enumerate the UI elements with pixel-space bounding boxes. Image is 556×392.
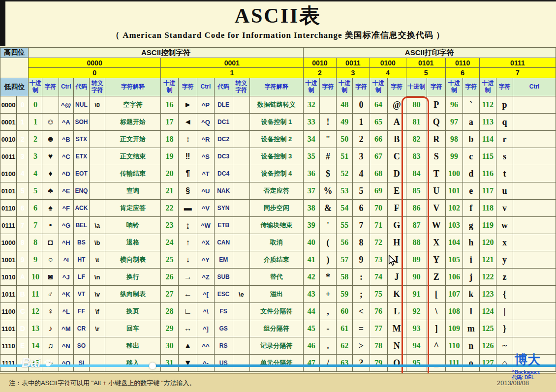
dec-cell: 50 [337, 131, 353, 148]
char-cell: ◘ [42, 234, 59, 251]
paw-icon [43, 358, 53, 368]
dec-cell: 36 [303, 165, 319, 182]
dec-cell: 79 [370, 355, 387, 372]
dec-cell: 108 [446, 303, 463, 320]
bin-label: 0111 [0, 217, 17, 234]
desc-cell: 响铃 [105, 217, 161, 234]
esc-cell [233, 320, 249, 337]
char-cell: ► [179, 96, 197, 114]
desc-cell: 设备控制 3 [249, 148, 303, 165]
ctrl-cell: ^T [197, 165, 214, 182]
code-cell: SOH [73, 114, 89, 131]
dec-cell: 34 [303, 131, 319, 148]
dec-cell: 3 [29, 148, 42, 165]
col-header: 字符 [319, 78, 336, 96]
char-cell: / [319, 355, 336, 372]
desc-cell: 传输块结束 [249, 217, 303, 234]
desc-cell: 数据链路转义 [249, 96, 303, 114]
esc-cell: \n [90, 269, 105, 286]
code-cell: DC2 [214, 131, 233, 148]
esc-cell [233, 148, 249, 165]
ctrl-cell [513, 303, 556, 320]
dec-cell: 127 [479, 355, 496, 372]
code-cell: EOT [73, 165, 89, 182]
ctrl-cell: ^X [197, 234, 214, 251]
hex-label: D [17, 320, 29, 337]
ctrl-cell [513, 200, 556, 217]
char-cell: p [496, 96, 513, 114]
char-cell: ↓ [179, 251, 197, 269]
desc-cell: 标题开始 [105, 114, 161, 131]
esc-cell: \b [90, 234, 105, 251]
desc-cell: 记录分隔符 [249, 337, 303, 355]
dec-cell: 98 [446, 131, 463, 148]
char-cell: 2 [353, 131, 370, 148]
bin-label: 1100 [0, 303, 17, 320]
group-digit-label: 3 [337, 68, 370, 78]
group-binary-label: 0111 [479, 58, 556, 68]
bin-label: 0001 [0, 114, 17, 131]
dec-cell: 8 [29, 234, 42, 251]
char-cell: W [427, 217, 446, 234]
dec-cell: 58 [337, 269, 353, 286]
dec-cell: 7 [29, 217, 42, 234]
char-cell: T [427, 165, 446, 182]
hex-label: 6 [17, 200, 29, 217]
dec-cell: 45 [303, 320, 319, 337]
char-cell: ; [353, 286, 370, 303]
dec-cell: 11 [29, 286, 42, 303]
code-cell: ETB [214, 217, 233, 234]
bin-label: 1101 [0, 320, 17, 337]
desc-cell: 移出 [105, 337, 161, 355]
char-cell: o [463, 355, 479, 372]
char-cell: ♂ [42, 286, 59, 303]
char-cell: Q [427, 114, 446, 131]
ctrl-cell: ^H [59, 234, 73, 251]
col-header: 转义字符 [233, 78, 249, 96]
dec-cell: 31 [160, 355, 178, 372]
dec-cell: 100 [446, 165, 463, 182]
desc-cell: 介质结束 [249, 251, 303, 269]
char-cell: h [463, 234, 479, 251]
ctrl-cell: ^\ [197, 303, 214, 320]
char-cell: ' [319, 217, 336, 234]
ctrl-cell [513, 217, 556, 234]
dec-cell: 57 [337, 251, 353, 269]
char-cell: S [427, 148, 446, 165]
hex-label: 0 [17, 96, 29, 114]
group-digit-label: 5 [406, 68, 445, 78]
char-cell: U [427, 182, 446, 200]
dec-cell: 117 [479, 182, 496, 200]
char-cell: ◙ [42, 269, 59, 286]
desc-cell: 换页 [105, 303, 161, 320]
dec-cell: 68 [370, 165, 387, 182]
dec-cell: 0 [29, 96, 42, 114]
hex-label: B [17, 286, 29, 303]
del-key-note-line1: ^Backspace [512, 369, 540, 375]
video-progress-handle[interactable] [149, 362, 156, 369]
esc-cell [233, 355, 249, 372]
desc-cell: 纵向制表 [105, 286, 161, 303]
dec-cell: 5 [29, 182, 42, 200]
char-cell: ` [463, 96, 479, 114]
dec-cell: 123 [479, 286, 496, 303]
dec-cell: 33 [303, 114, 319, 131]
hex-label: 1 [17, 114, 29, 131]
col-header: Ctrl [59, 78, 73, 96]
screen: ASCII表 （ American Standard Code for Info… [0, 0, 556, 392]
code-cell: BS [73, 234, 89, 251]
char-cell: & [319, 200, 336, 217]
char-cell: c [463, 148, 479, 165]
char-cell: r [496, 131, 513, 148]
ctrl-cell: ^Q [197, 114, 214, 131]
dec-cell: 107 [446, 286, 463, 303]
high-bits-label: 高四位 [0, 48, 29, 58]
char-cell: X [427, 234, 446, 251]
code-cell: DC4 [214, 165, 233, 182]
ascii-table: 高四位ASCII控制字符ASCII打印字符0000000100100011010… [0, 47, 556, 372]
dec-cell: 103 [446, 217, 463, 234]
ctrl-cell: ^S [197, 148, 214, 165]
esc-cell: \a [90, 217, 105, 234]
video-progress-bar[interactable] [0, 364, 556, 367]
char-cell: " [319, 131, 336, 148]
